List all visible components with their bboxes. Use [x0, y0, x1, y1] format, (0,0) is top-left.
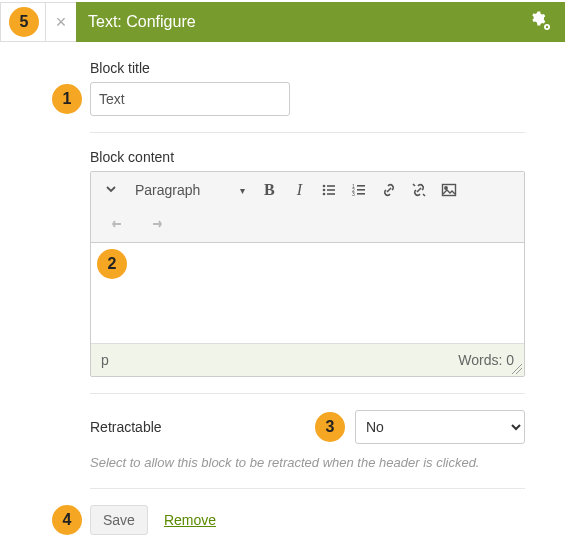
editor-toolbar: Paragraph ▾ B I 123 — [91, 172, 524, 243]
block-title-input[interactable] — [90, 82, 290, 116]
image-button[interactable] — [435, 176, 463, 204]
bullet-list-button[interactable] — [315, 176, 343, 204]
marker-4: 4 — [52, 505, 82, 535]
svg-point-1 — [546, 26, 548, 28]
config-header: Text: Configure — [76, 2, 565, 42]
caret-down-icon: ▾ — [240, 185, 245, 196]
resize-handle[interactable] — [512, 364, 522, 374]
svg-rect-9 — [357, 185, 365, 187]
block-title-label: Block title — [90, 60, 525, 76]
marker-5: 5 — [9, 7, 39, 37]
tab-stub[interactable]: 5 — [0, 2, 46, 42]
bold-button[interactable]: B — [255, 176, 283, 204]
editor-path: p — [101, 352, 109, 368]
marker-1: 1 — [52, 84, 82, 114]
remove-link[interactable]: Remove — [164, 512, 216, 528]
block-content-label: Block content — [90, 149, 525, 165]
svg-text:3: 3 — [352, 191, 355, 197]
rich-text-editor: Paragraph ▾ B I 123 — [90, 171, 525, 377]
marker-2: 2 — [97, 249, 127, 279]
close-icon: × — [56, 12, 67, 33]
retractable-help: Select to allow this block to be retract… — [90, 454, 525, 472]
svg-rect-13 — [357, 193, 365, 195]
svg-rect-14 — [443, 185, 456, 196]
editor-content-area[interactable]: 2 — [91, 243, 524, 343]
numbered-list-button[interactable]: 123 — [345, 176, 373, 204]
divider — [90, 132, 525, 133]
svg-rect-11 — [357, 189, 365, 191]
retractable-label: Retractable — [90, 419, 343, 435]
close-tab[interactable]: × — [46, 2, 76, 42]
svg-rect-3 — [327, 185, 335, 187]
svg-point-4 — [323, 189, 326, 192]
italic-button[interactable]: I — [285, 176, 313, 204]
svg-rect-7 — [327, 193, 335, 195]
settings-gears-icon[interactable] — [529, 10, 553, 34]
header-title: Text: Configure — [88, 13, 529, 31]
redo-button[interactable] — [141, 210, 169, 238]
word-count: Words: 0 — [458, 352, 514, 368]
format-dropdown[interactable]: Paragraph ▾ — [127, 178, 253, 202]
save-button[interactable]: Save — [90, 505, 148, 535]
undo-button[interactable] — [105, 210, 133, 238]
unlink-button[interactable] — [405, 176, 433, 204]
svg-point-15 — [445, 187, 447, 189]
toolbar-toggle[interactable] — [97, 179, 125, 202]
retractable-select[interactable]: No — [355, 410, 525, 444]
svg-rect-5 — [327, 189, 335, 191]
link-button[interactable] — [375, 176, 403, 204]
divider — [90, 488, 525, 489]
format-label: Paragraph — [135, 182, 200, 198]
svg-point-2 — [323, 185, 326, 188]
marker-3: 3 — [315, 412, 345, 442]
svg-point-6 — [323, 193, 326, 196]
editor-status-bar: p Words: 0 — [91, 343, 524, 376]
divider — [90, 393, 525, 394]
